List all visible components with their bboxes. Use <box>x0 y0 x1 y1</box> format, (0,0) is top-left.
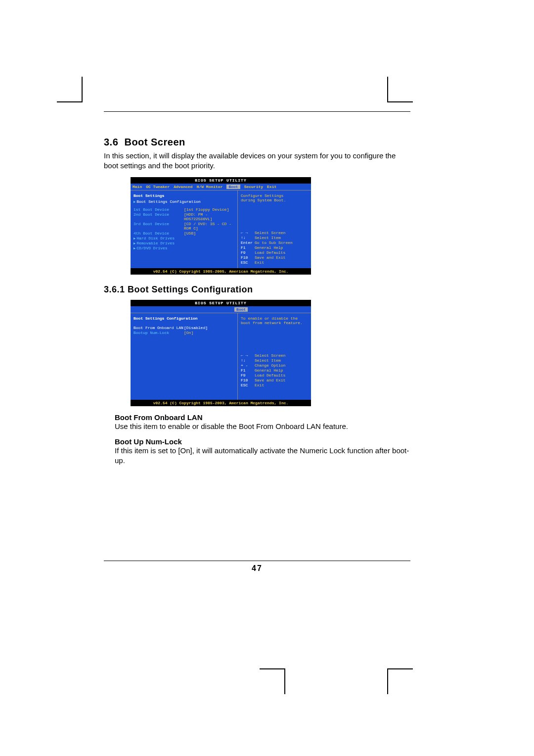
item-heading: Boot Up Num-Lock <box>115 437 410 446</box>
bios-option-label: Boot From Onboard LAN <box>134 326 184 330</box>
bios-screenshot-1: BIOS SETUP UTILITY Main OC Tweaker Advan… <box>131 177 311 275</box>
bios-drive-group: Hard Disk Drives <box>134 236 234 240</box>
bios-drive-group: Removable Drives <box>134 241 234 245</box>
bios-tab-active: Boot <box>234 307 248 312</box>
section-heading: Boot Screen <box>124 137 185 147</box>
bios-key-desc: Go to Sub Screen <box>255 240 293 245</box>
crop-mark <box>387 77 413 102</box>
bios-help-line: during System Boot. <box>241 198 308 202</box>
bios-key: F9 <box>241 373 255 378</box>
bios-device-label: 3rd Boot Device <box>134 222 184 231</box>
bios-device-label: 2nd Boot Device <box>134 212 184 221</box>
section-number: 3.6 <box>104 137 118 147</box>
bios-key-desc: Exit <box>255 383 264 387</box>
crop-mark <box>387 669 396 694</box>
subsection-number: 3.6.1 <box>104 284 125 294</box>
bios-key-legend: ← →Select Screen ↑↓Select Item EnterGo t… <box>241 231 308 265</box>
bios-key: ↑↓ <box>241 236 255 240</box>
crop-mark <box>277 669 285 694</box>
bios-device-label: 4th Boot Device <box>134 231 184 236</box>
top-rule <box>104 111 410 112</box>
bios-device-value: [HDD: PM - HDS722580VL] <box>184 212 234 221</box>
page-content: 3.6 Boot Screen In this section, it will… <box>104 111 410 573</box>
page-number: 47 <box>104 561 410 573</box>
bios-option-label: Bootup Num-Lock <box>134 331 184 335</box>
bios-help-line: boot from network feature. <box>241 321 308 325</box>
bios-key: F10 <box>241 255 255 260</box>
section-title: 3.6 Boot Screen <box>104 137 410 148</box>
bios-drive-group: CD/DVD Drives <box>134 246 234 250</box>
bios-key: ← → <box>241 353 255 358</box>
bios-section-header: Boot Settings Configuration <box>134 316 234 321</box>
bios-key-desc: Select Screen <box>255 353 285 358</box>
bios-key-desc: General Help <box>255 368 283 373</box>
bios-key-desc: Select Item <box>255 358 281 363</box>
bios-key: ← → <box>241 231 255 235</box>
item-heading: Boot From Onboard LAN <box>115 413 410 422</box>
crop-mark <box>74 77 83 101</box>
bios-key-desc: Select Screen <box>255 231 285 235</box>
bios-tab-bar: Main OC Tweaker Advanced H/W Monitor Boo… <box>131 184 311 190</box>
bios-subsection: Boot Settings Configuration <box>134 199 234 204</box>
bios-tab: Advanced <box>174 185 192 189</box>
bios-key-desc: Load Defaults <box>255 373 285 378</box>
item-text: If this item is set to [On], it will aut… <box>115 446 410 466</box>
bios-tab: OC Tweaker <box>146 185 170 189</box>
bios-footer: v02.54 (C) Copyright 1985-2003, American… <box>131 400 311 406</box>
bios-footer: v02.54 (C) Copyright 1985-2005, American… <box>131 268 311 275</box>
bios-key: ESC <box>241 383 255 387</box>
bios-title: BIOS SETUP UTILITY <box>131 177 311 184</box>
item-text: Use this item to enable or disable the B… <box>115 422 410 431</box>
bios-key-legend: ← →Select Screen ↑↓Select Item + -Change… <box>241 353 308 387</box>
bios-screenshot-2: BIOS SETUP UTILITY pad Boot Boot Setting… <box>131 300 311 406</box>
subsection-title: 3.6.1 Boot Settings Configuration <box>104 284 410 295</box>
bios-help-text: To enable or disable the boot from netwo… <box>241 316 308 325</box>
bios-key: Enter <box>241 240 255 245</box>
bios-device-value: [CD / DVD: 3S - CD - ROM C] <box>184 222 234 231</box>
bios-help-line: To enable or disable the <box>241 316 308 321</box>
bios-key: F10 <box>241 378 255 382</box>
bios-tab-active: Boot <box>226 185 240 189</box>
bios-key-desc: Change Option <box>255 363 285 368</box>
bios-key-desc: General Help <box>255 245 283 250</box>
bios-key-desc: Exit <box>255 260 264 265</box>
bios-key-desc: Save and Exit <box>255 255 285 260</box>
bios-tab: Security <box>244 185 263 189</box>
bios-device-value: [USB] <box>184 231 234 236</box>
bios-option-value: [Disabled] <box>184 326 234 330</box>
bios-key: + - <box>241 363 255 368</box>
bios-tab: Main <box>133 185 142 189</box>
bios-key: F9 <box>241 250 255 255</box>
bios-key-desc: Select Item <box>255 236 281 240</box>
section-intro: In this section, it will display the ava… <box>104 151 410 171</box>
bios-key: F1 <box>241 245 255 250</box>
bios-title: BIOS SETUP UTILITY <box>131 300 311 306</box>
bios-help-line: Configure Settings <box>241 193 308 198</box>
bios-key: ↑↓ <box>241 358 255 363</box>
bios-tab: H/W Monitor <box>197 185 223 189</box>
bios-key: ESC <box>241 260 255 265</box>
bios-option-value: [On] <box>184 331 234 335</box>
bios-help-text: Configure Settings during System Boot. <box>241 193 308 202</box>
bios-section-header: Boot Settings <box>134 193 234 198</box>
bios-key: F1 <box>241 368 255 373</box>
bios-tab-bar: pad Boot <box>131 306 311 313</box>
bios-key-desc: Save and Exit <box>255 378 285 382</box>
bios-key-desc: Load Defaults <box>255 250 285 255</box>
bios-device-value: [1st Floppy Device] <box>184 207 234 212</box>
bios-tab: Exit <box>267 185 276 189</box>
subsection-heading: Boot Settings Configuration <box>128 284 253 294</box>
bios-device-label: 1st Boot Device <box>134 207 184 212</box>
